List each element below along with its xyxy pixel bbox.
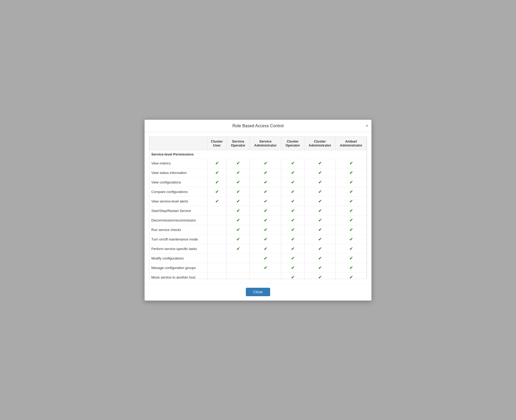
col-header-ambari-administrator: Ambari Administrator: [335, 137, 367, 150]
permission-cell-service_operator: ✔: [227, 196, 250, 206]
checkmark-icon: ✔: [349, 171, 353, 175]
checkmark-icon: ✔: [264, 209, 267, 213]
permission-cell-cluster_operator: ✔: [281, 215, 304, 225]
table-row: View configurations✔✔✔✔✔✔: [149, 177, 367, 187]
dialog: Role Based Access Control × Cluster User…: [144, 120, 372, 301]
permission-cell-cluster_user: ✔: [207, 187, 227, 196]
permissions-table: Cluster User Service Operator Service Ad…: [149, 137, 367, 279]
permission-cell-ambari_administrator: ✔: [335, 263, 367, 272]
permission-cell-ambari_administrator: ✔: [335, 168, 367, 177]
col-header-service-operator: Service Operator: [227, 137, 250, 150]
table-row: Modify configurations✔✔✔✔: [149, 253, 367, 263]
permission-cell-service_operator: ✔: [227, 215, 250, 225]
checkmark-icon: ✔: [264, 256, 267, 261]
checkmark-icon: ✔: [318, 237, 322, 242]
permission-cell-cluster_user: [207, 244, 227, 253]
table-row: Run service checks✔✔✔✔✔: [149, 225, 367, 234]
permission-cell-cluster_user: ✔: [207, 196, 227, 206]
checkmark-icon: ✔: [349, 161, 353, 166]
checkmark-icon: ✔: [264, 180, 267, 185]
permission-cell-cluster_administrator: ✔: [304, 187, 335, 196]
table-header-row: Cluster User Service Operator Service Ad…: [149, 137, 367, 150]
checkmark-icon: ✔: [291, 190, 294, 194]
permission-cell-service_administrator: ✔: [250, 244, 281, 253]
checkmark-icon: ✔: [215, 171, 219, 175]
checkmark-icon: ✔: [291, 218, 294, 223]
permission-label: Perform service-specific tasks: [149, 244, 207, 253]
section-header-row: Service-level Permissions: [149, 150, 367, 158]
permission-cell-cluster_operator: ✔: [281, 263, 304, 272]
checkmark-icon: ✔: [236, 228, 240, 232]
permission-cell-service_administrator: ✔: [250, 168, 281, 177]
permission-cell-service_operator: ✔: [227, 206, 250, 215]
permission-cell-cluster_administrator: ✔: [304, 177, 335, 187]
permission-cell-service_administrator: ✔: [250, 158, 281, 168]
checkmark-icon: ✔: [215, 190, 219, 194]
table-row: View metrics✔✔✔✔✔✔: [149, 158, 367, 168]
checkmark-icon: ✔: [236, 209, 240, 213]
table-row: Decommission/recommission✔✔✔✔✔: [149, 215, 367, 225]
permission-label: View service-level alerts: [149, 196, 207, 206]
checkmark-icon: ✔: [291, 275, 294, 279]
permission-cell-cluster_administrator: ✔: [304, 168, 335, 177]
checkmark-icon: ✔: [318, 228, 322, 232]
permission-cell-cluster_operator: ✔: [281, 272, 304, 279]
permission-cell-cluster_user: ✔: [207, 177, 227, 187]
checkmark-icon: ✔: [236, 180, 240, 185]
dialog-header: Role Based Access Control ×: [145, 120, 371, 132]
permission-cell-cluster_administrator: ✔: [304, 253, 335, 263]
checkmark-icon: ✔: [349, 237, 353, 242]
checkmark-icon: ✔: [349, 228, 353, 232]
section-header-label: Service-level Permissions: [149, 150, 367, 158]
permission-cell-service_operator: ✔: [227, 244, 250, 253]
close-button[interactable]: Close: [246, 288, 270, 296]
checkmark-icon: ✔: [349, 199, 353, 204]
checkmark-icon: ✔: [291, 237, 294, 242]
permission-cell-cluster_administrator: ✔: [304, 272, 335, 279]
permission-cell-cluster_operator: ✔: [281, 168, 304, 177]
table-row: Move service to another host✔✔✔: [149, 272, 367, 279]
permission-cell-cluster_administrator: ✔: [304, 263, 335, 272]
table-wrapper[interactable]: Cluster User Service Operator Service Ad…: [149, 136, 367, 279]
permission-cell-cluster_operator: ✔: [281, 187, 304, 196]
checkmark-icon: ✔: [215, 180, 219, 185]
permission-cell-ambari_administrator: ✔: [335, 234, 367, 244]
table-row: Turn on/off maintenance mode✔✔✔✔✔: [149, 234, 367, 244]
permission-cell-ambari_administrator: ✔: [335, 272, 367, 279]
dialog-body: Cluster User Service Operator Service Ad…: [145, 132, 371, 283]
permission-cell-service_administrator: ✔: [250, 187, 281, 196]
checkmark-icon: ✔: [291, 228, 294, 232]
checkmark-icon: ✔: [236, 190, 240, 194]
permission-cell-cluster_user: [207, 263, 227, 272]
checkmark-icon: ✔: [318, 247, 322, 251]
permission-cell-service_operator: ✔: [227, 234, 250, 244]
permission-cell-cluster_administrator: ✔: [304, 215, 335, 225]
permission-label: Turn on/off maintenance mode: [149, 234, 207, 244]
checkmark-icon: ✔: [291, 209, 294, 213]
permission-cell-service_operator: [227, 263, 250, 272]
close-x-button[interactable]: ×: [366, 124, 368, 128]
checkmark-icon: ✔: [236, 237, 240, 242]
permission-cell-cluster_operator: ✔: [281, 196, 304, 206]
permission-cell-cluster_user: [207, 225, 227, 234]
checkmark-icon: ✔: [318, 256, 322, 261]
col-header-cluster-operator: Cluster Operator: [281, 137, 304, 150]
permission-cell-ambari_administrator: ✔: [335, 187, 367, 196]
permission-cell-service_administrator: ✔: [250, 215, 281, 225]
checkmark-icon: ✔: [264, 237, 267, 242]
permission-cell-cluster_operator: ✔: [281, 244, 304, 253]
checkmark-icon: ✔: [264, 228, 267, 232]
permission-label: Run service checks: [149, 225, 207, 234]
checkmark-icon: ✔: [236, 218, 240, 223]
checkmark-icon: ✔: [349, 275, 353, 279]
checkmark-icon: ✔: [349, 209, 353, 213]
checkmark-icon: ✔: [236, 247, 240, 251]
permission-cell-service_administrator: [250, 272, 281, 279]
permission-cell-ambari_administrator: ✔: [335, 177, 367, 187]
checkmark-icon: ✔: [264, 161, 267, 166]
checkmark-icon: ✔: [349, 190, 353, 194]
checkmark-icon: ✔: [318, 171, 322, 175]
permission-cell-service_administrator: ✔: [250, 196, 281, 206]
permission-label: Move service to another host: [149, 272, 207, 279]
checkmark-icon: ✔: [264, 171, 267, 175]
